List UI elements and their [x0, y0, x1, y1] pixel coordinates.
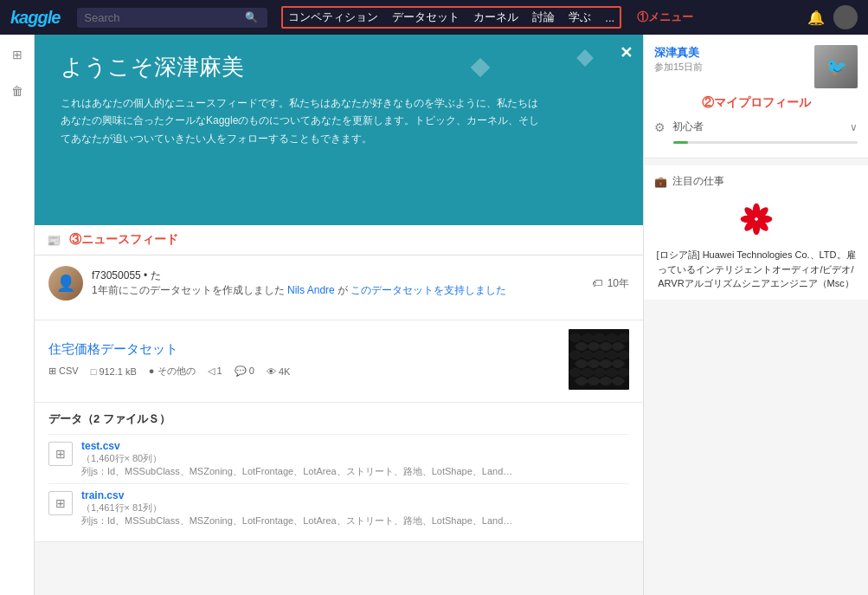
profile-section: 深津真美 参加15日前 🐦 ②マイプロフィール ⚙ 初心者 ∨ [644, 35, 868, 158]
welcome-banner: ✕ ようこそ深津麻美 これはあなたの個人的なニュースフィードです。私たちはあなた… [35, 35, 643, 225]
header: kaggle 🔍 コンペティション データセット カーネル 討論 学ぶ ... … [0, 0, 868, 35]
jobs-section: 💼 注目の仕事 [644, 165, 868, 300]
meta-views: 👁 4K [267, 366, 291, 377]
main-layout: ⊞ 🗑 ✕ ようこそ深津麻美 これはあなたの個人的なニュースフィードです。私たち… [0, 35, 868, 595]
search-bar[interactable]: 🔍 [77, 8, 267, 28]
dataset-meta: ⊞ CSV □ 912.1 kB ● その他の ◁ 1 💬 0 👁 4K [48, 365, 558, 378]
expand-icon[interactable]: ∨ [850, 121, 858, 133]
dataset-title[interactable]: 住宅価格データセット [48, 341, 558, 358]
file-columns-test: 列js：Id、MSSubClass、MSZoning、LotFrontage、L… [81, 465, 514, 478]
nav-menu: コンペティション データセット カーネル 討論 学ぶ ... [281, 6, 621, 29]
profile-name-block: 深津真美 参加15日前 [654, 45, 703, 74]
file-meta-train: （1,461行× 81列） [81, 501, 629, 514]
newsfeed-annotation: ③ニュースフィード [69, 232, 178, 248]
welcome-body: これはあなたの個人的なニュースフィードです。私たちはあなたが好きなものを学ぶよう… [61, 94, 545, 147]
nav-item-learn[interactable]: 学ぶ [569, 10, 591, 25]
user-avatar-header[interactable] [833, 5, 858, 29]
close-button[interactable]: ✕ [620, 43, 633, 62]
user-avatar-img: 👤 [48, 266, 83, 301]
kaggle-logo: kaggle [10, 8, 60, 28]
username-text: f73050055 [92, 269, 141, 281]
dataset-card: 住宅価格データセット ⊞ CSV □ 912.1 kB ● その他の ◁ 1 💬… [35, 320, 643, 403]
feed-card-action: 👤 f73050055 • た 1年前にこのデータセットを作成しました Nils… [35, 255, 643, 320]
meta-votes: ◁ 1 [208, 365, 222, 377]
profile-name-link[interactable]: 深津真美 [654, 46, 699, 59]
dataset-thumbnail [569, 329, 629, 390]
data-section-title: データ（2 ファイルＳ） [48, 411, 629, 427]
job-company-name: [ロシア語] Huawei Technologies Co.、LTD。雇っている… [654, 248, 858, 291]
section-icon: 📰 [47, 234, 61, 247]
jobs-label: 注目の仕事 [672, 174, 724, 189]
rank-bar [673, 141, 858, 144]
jobs-icon: 💼 [654, 176, 667, 188]
dot-separator: • [144, 269, 147, 281]
right-sidebar: 深津真美 参加15日前 🐦 ②マイプロフィール ⚙ 初心者 ∨ 💼 注目の仕 [643, 35, 868, 595]
file-meta-test: （1,460行× 80列） [81, 452, 629, 465]
file-info-train: train.csv （1,461行× 81列） 列js：Id、MSSubClas… [81, 489, 629, 527]
file-name-test[interactable]: test.csv [81, 440, 629, 452]
meta-size: □ 912.1 kB [91, 366, 137, 377]
section-header-bar: 📰 ③ニュースフィード [35, 225, 643, 255]
menu-annotation: ①メニュー [637, 10, 693, 25]
jobs-title: 💼 注目の仕事 [654, 174, 858, 189]
file-icon-train: ⊞ [48, 491, 73, 515]
file-name-train[interactable]: train.csv [81, 489, 629, 501]
sidebar-icon-grid[interactable]: ⊞ [4, 42, 30, 68]
welcome-title: ようこそ深津麻美 [61, 52, 617, 82]
time-text: 10年 [608, 276, 629, 291]
nav-item-dataset[interactable]: データセット [392, 10, 460, 25]
profile-rank-row: ⚙ 初心者 ∨ [654, 114, 858, 139]
action-suffix: た [151, 269, 161, 281]
file-info-test: test.csv （1,460行× 80列） 列js：Id、MSSubClass… [81, 440, 629, 478]
rank-icon: ⚙ [654, 120, 665, 134]
profile-since: 参加15日前 [654, 61, 703, 74]
huawei-logo [735, 197, 778, 241]
left-sidebar: ⊞ 🗑 [0, 35, 35, 595]
action-mid: が [338, 284, 348, 296]
search-input[interactable] [84, 11, 240, 24]
header-right: 🔔 [807, 5, 858, 29]
dataset-card-inner: 住宅価格データセット ⊞ CSV □ 912.1 kB ● その他の ◁ 1 💬… [48, 329, 629, 390]
nav-item-competition[interactable]: コンペティション [288, 10, 378, 25]
file-item-train: ⊞ train.csv （1,461行× 81列） 列js：Id、MSSubCl… [48, 483, 629, 533]
feed-time: 🏷 10年 [592, 276, 629, 291]
tag-icon: 🏷 [592, 277, 602, 289]
action-text: 1年前にこのデータセットを作成しました [92, 284, 285, 296]
bell-icon[interactable]: 🔔 [807, 10, 825, 26]
file-icon-test: ⊞ [48, 442, 73, 466]
profile-annotation: ②マイプロフィール [654, 95, 858, 111]
rank-label: 初心者 [672, 120, 843, 134]
meta-csv: ⊞ CSV [48, 365, 79, 377]
feed-meta: f73050055 • た 1年前にこのデータセットを作成しました Nils A… [92, 268, 583, 298]
action-link-user[interactable]: Nils Andre [287, 284, 335, 296]
nav-item-kernel[interactable]: カーネル [473, 10, 518, 25]
profile-avatar: 🐦 [814, 45, 858, 88]
profile-avatar-img: 🐦 [814, 45, 858, 88]
feed-username: f73050055 • た [92, 268, 583, 283]
nav-item-more[interactable]: ... [605, 11, 614, 24]
content-area: ✕ ようこそ深津麻美 これはあなたの個人的なニュースフィードです。私たちはあなた… [35, 35, 643, 595]
profile-header: 深津真美 参加15日前 🐦 [654, 45, 858, 88]
action-link-label[interactable]: このデータセットを支持しました [350, 284, 506, 296]
data-section: データ（2 ファイルＳ） ⊞ test.csv （1,460行× 80列） 列j… [35, 403, 643, 542]
file-columns-train: 列js：Id、MSSubClass、MSZoning、LotFrontage、L… [81, 514, 514, 527]
nav-item-discussion[interactable]: 討論 [532, 10, 555, 25]
meta-comments: 💬 0 [235, 365, 254, 377]
sidebar-icon-trash[interactable]: 🗑 [4, 78, 30, 104]
feed-action: 1年前にこのデータセットを作成しました Nils Andre が このデータセッ… [92, 283, 583, 298]
meta-other: ● その他の [149, 365, 196, 378]
feed-card-header: 👤 f73050055 • た 1年前にこのデータセットを作成しました Nils… [48, 266, 629, 301]
search-icon: 🔍 [245, 11, 258, 23]
rank-bar-fill [673, 141, 688, 144]
dataset-card-left: 住宅価格データセット ⊞ CSV □ 912.1 kB ● その他の ◁ 1 💬… [48, 341, 558, 378]
user-avatar: 👤 [48, 266, 83, 301]
file-item-test: ⊞ test.csv （1,460行× 80列） 列js：Id、MSSubCla… [48, 434, 629, 483]
